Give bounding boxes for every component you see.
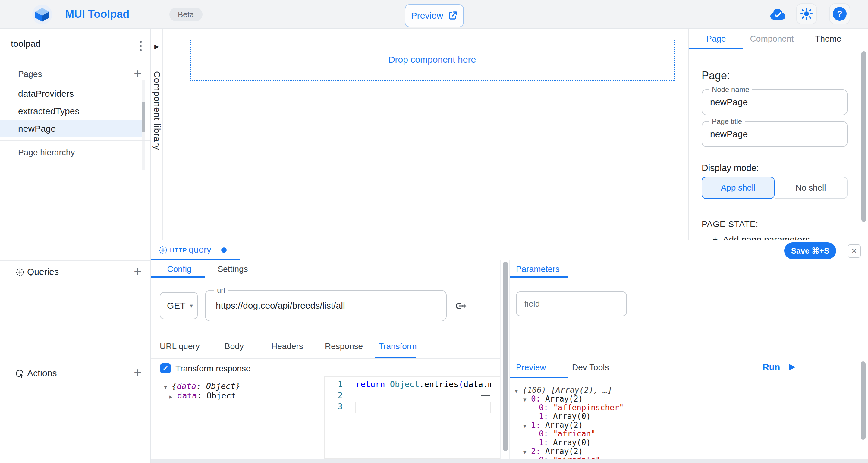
panel-scrollbar-thumb[interactable] <box>503 261 508 451</box>
no-shell-option[interactable]: No shell <box>775 177 847 199</box>
deploy-status-cloud-icon[interactable] <box>770 8 786 21</box>
inspector-tabbar: Page Component Theme <box>689 29 868 50</box>
tab-devtools[interactable]: Dev Tools <box>572 363 609 372</box>
page-item-label: extractedTypes <box>18 106 79 116</box>
add-query-button[interactable]: + <box>134 265 142 278</box>
active-tab-indicator <box>689 48 743 50</box>
json-row[interactable]: ▼2: Array(2) <box>523 447 583 456</box>
config-tab-indicator <box>151 276 205 278</box>
page-item-label: newPage <box>18 124 56 133</box>
subtab-headers[interactable]: Headers <box>271 342 303 351</box>
tab-component[interactable]: Component <box>746 29 798 49</box>
json-row[interactable]: 0: "african" <box>531 429 595 438</box>
node-name-value: newPage <box>710 90 748 115</box>
transform-response-checkbox[interactable]: ✓ <box>160 363 170 373</box>
add-action-button[interactable]: + <box>134 366 142 379</box>
expand-triangle-icon[interactable]: ▼ <box>523 397 531 403</box>
unsaved-dot-indicator <box>221 247 227 253</box>
url-field-value: https://dog.ceo/api/breeds/list/all <box>216 290 345 321</box>
results-scrollbar-thumb[interactable] <box>861 362 866 440</box>
current-line-highlight <box>355 402 491 413</box>
check-icon: ✓ <box>162 364 168 373</box>
query-tab[interactable]: HTTP query <box>151 240 240 260</box>
drop-component-zone[interactable]: Drop component here <box>190 38 675 81</box>
params-tabs-border <box>510 278 868 278</box>
panel-scrollbar-track[interactable] <box>500 260 510 459</box>
json-row[interactable]: 1: Array(0) <box>531 412 591 421</box>
dropdown-arrow-icon: ▾ <box>190 293 193 319</box>
inspector-scrollbar-thumb[interactable] <box>861 51 866 222</box>
component-library-label: Component library <box>152 71 162 150</box>
page-title-field[interactable]: Page title newPage <box>702 121 847 147</box>
run-button[interactable]: Run ▶ <box>763 362 780 372</box>
display-mode-label: Display mode: <box>702 163 759 173</box>
add-page-parameters-label: Add page parameters <box>723 235 810 240</box>
tab-page[interactable]: Page <box>689 29 743 49</box>
page-canvas: ▶ Component library Drop component here <box>151 29 688 240</box>
expand-triangle-icon[interactable]: ▼ <box>523 423 531 429</box>
schema-tree-root[interactable]: ▼{data: Object} <box>164 381 241 391</box>
component-library-strip[interactable]: ▶ Component library <box>151 29 163 240</box>
queries-icon <box>16 268 24 276</box>
add-binding-link-icon[interactable] <box>455 300 467 312</box>
http-method-select[interactable]: GET ▾ <box>160 292 198 319</box>
query-name-label: query <box>189 244 211 255</box>
expand-triangle-icon[interactable]: ▼ <box>515 388 523 394</box>
sidebar-item-newpage[interactable]: newPage <box>0 120 142 137</box>
parameter-field-input[interactable]: field <box>516 291 627 316</box>
page-hierarchy-label[interactable]: Page hierarchy <box>18 144 75 161</box>
subtabs-bottom-border <box>151 359 500 359</box>
add-page-parameters-clipped[interactable]: + Add page parameters <box>712 235 851 240</box>
subtab-body[interactable]: Body <box>224 342 244 351</box>
close-panel-button[interactable]: ✕ <box>847 244 861 258</box>
code-line-2-overflow-dash <box>481 395 490 396</box>
expand-triangle-icon[interactable]: ▼ <box>523 449 531 455</box>
schema-tree-child[interactable]: ▶data: Object <box>169 391 236 400</box>
theme-toggle-button[interactable] <box>796 3 817 24</box>
tab-theme[interactable]: Theme <box>810 29 846 49</box>
query-tab-indicator <box>151 259 240 260</box>
sidebar-item-extractedtypes[interactable]: extractedTypes <box>0 102 142 120</box>
horizontal-scrollbar-strip[interactable] <box>151 459 868 463</box>
plus-icon: + <box>712 235 718 240</box>
line-number: 3 <box>334 402 343 411</box>
preview-tab-indicator <box>510 377 568 378</box>
json-row[interactable]: ▼1: Array(2) <box>523 421 583 430</box>
tab-settings[interactable]: Settings <box>215 265 251 274</box>
app-shell-option[interactable]: App shell <box>702 177 775 199</box>
app-window: MUI Toolpad Beta Preview <box>0 0 868 463</box>
subtab-transform[interactable]: Transform <box>378 342 417 351</box>
tab-parameters[interactable]: Parameters <box>516 265 560 274</box>
url-field[interactable]: url https://dog.ceo/api/breeds/list/all <box>205 290 447 321</box>
code-line-1[interactable]: return Object.entries(data.messag <box>355 379 491 389</box>
json-row[interactable]: ▼(106) [Array(2), …] <box>515 385 612 395</box>
page-item-label: dataProviders <box>18 89 74 99</box>
save-button[interactable]: Save ⌘+S <box>784 242 836 259</box>
pages-scrollbar-thumb[interactable] <box>142 102 145 132</box>
parameters-tab-indicator <box>510 276 568 278</box>
chevron-right-icon[interactable]: ▶ <box>154 43 159 50</box>
preview-json-tree: ▼(106) [Array(2), …] ▼0: Array(2) 0: "af… <box>510 385 860 459</box>
json-row[interactable]: 0: "airedale" <box>531 456 600 459</box>
project-menu-button[interactable] <box>134 38 147 54</box>
tab-config[interactable]: Config <box>164 265 194 274</box>
transform-code-editor[interactable]: 1 2 3 return Object.entries(data.messag <box>324 376 501 459</box>
help-button[interactable]: ? <box>829 3 850 24</box>
tab-preview[interactable]: Preview <box>516 363 546 372</box>
queries-section-header: Queries <box>27 264 59 280</box>
sidebar-item-dataproviders[interactable]: dataProviders <box>0 85 142 102</box>
inspector-panel: Page Component Theme Page: Node name new… <box>688 29 868 240</box>
project-name: toolpad <box>11 38 40 49</box>
json-row[interactable]: 1: Array(0) <box>531 438 591 447</box>
results-top-border <box>510 358 868 359</box>
subtab-response[interactable]: Response <box>325 342 363 351</box>
subtab-url-query[interactable]: URL query <box>160 342 200 351</box>
expand-triangle-icon[interactable]: ▼ <box>164 384 172 390</box>
json-row[interactable]: 0: "affenpinscher" <box>531 403 624 412</box>
collapsed-triangle-icon[interactable]: ▶ <box>169 394 177 400</box>
add-page-button[interactable]: + <box>134 67 142 80</box>
transform-response-label[interactable]: Transform response <box>176 364 251 373</box>
json-row[interactable]: ▼0: Array(2) <box>523 394 583 403</box>
preview-button[interactable]: Preview <box>405 4 464 27</box>
node-name-field[interactable]: Node name newPage <box>702 89 847 115</box>
